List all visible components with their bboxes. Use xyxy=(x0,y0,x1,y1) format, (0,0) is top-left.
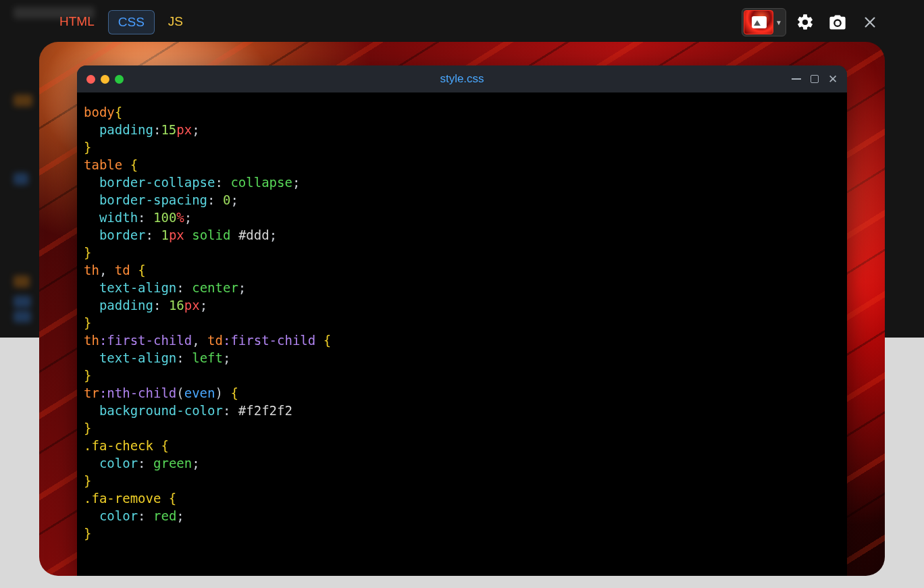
code-token-punc: : xyxy=(138,508,145,523)
code-token-punc: : xyxy=(153,298,161,313)
code-token-punc: : xyxy=(207,192,215,207)
code-token-num: 0 xyxy=(223,192,230,207)
code-token-unit: % xyxy=(176,210,184,225)
code-token-punc: : xyxy=(176,350,184,365)
code-token-punc: ; xyxy=(176,508,184,523)
chevron-down-icon: ▼ xyxy=(773,19,784,26)
code-token-sel: body xyxy=(84,105,115,119)
code-token-punc: ; xyxy=(238,280,246,295)
code-token-val: collapse xyxy=(230,175,292,190)
settings-button[interactable] xyxy=(792,9,819,36)
preview-stage: style.css ✕ body{ padding:15px; } table … xyxy=(39,42,885,576)
code-token-punc: ; xyxy=(223,350,230,365)
editor-window: style.css ✕ body{ padding:15px; } table … xyxy=(77,65,847,576)
code-token-brace: { xyxy=(230,385,238,400)
window-zoom-dot[interactable] xyxy=(115,75,124,84)
code-token-val: left xyxy=(192,350,223,365)
close-icon xyxy=(863,15,877,30)
code-token-brace: } xyxy=(84,421,91,435)
code-token-punc: : xyxy=(153,122,161,137)
code-token-sel: td xyxy=(207,333,223,348)
code-token-num: 15 xyxy=(161,122,176,137)
code-token-prop: border xyxy=(99,228,146,242)
code-token-pseudo: :first-child xyxy=(223,333,315,348)
tab-css[interactable]: CSS xyxy=(108,10,155,34)
code-token-num: 16 xyxy=(169,298,184,313)
code-token-brace: { xyxy=(161,438,168,453)
code-token-prop: padding xyxy=(99,122,153,137)
code-token-punc: ) xyxy=(215,385,223,400)
code-token-brace: { xyxy=(130,157,138,172)
code-token-sel: td xyxy=(115,263,130,277)
code-token-fn: even xyxy=(184,385,215,400)
code-token-brace: { xyxy=(138,263,145,277)
code-token-val: green xyxy=(153,456,192,471)
code-token-unit: px xyxy=(176,122,192,137)
code-token-prop: width xyxy=(99,210,138,225)
code-token-punc: ; xyxy=(270,228,277,242)
background-picker[interactable]: ▼ xyxy=(742,8,786,36)
maximize-icon[interactable] xyxy=(811,75,819,83)
code-token-val: red xyxy=(153,508,176,523)
code-token-punc: : xyxy=(215,175,222,190)
code-token-brace: } xyxy=(84,368,91,383)
code-token-prop: padding xyxy=(99,298,153,313)
code-token-punc: : xyxy=(176,280,184,295)
code-token-punc: ; xyxy=(230,192,238,207)
code-token-prop: text-align xyxy=(99,280,176,295)
code-token-punc: , xyxy=(99,263,107,277)
code-token-punc: ; xyxy=(192,456,199,471)
code-token-hex: #ddd xyxy=(238,228,270,242)
code-token-pseudo: :first-child xyxy=(99,333,192,348)
gear-icon xyxy=(796,13,815,32)
code-token-hex: #f2f2f2 xyxy=(238,403,292,418)
code-token-prop: text-align xyxy=(99,350,176,365)
code-token-num: 100 xyxy=(153,210,176,225)
code-token-num: 1 xyxy=(161,228,168,242)
code-token-prop: border-spacing xyxy=(99,192,207,207)
code-token-unit: px xyxy=(169,228,184,242)
code-token-class: .fa-check xyxy=(84,438,153,453)
close-button[interactable] xyxy=(856,9,883,36)
camera-icon xyxy=(828,13,847,32)
image-icon xyxy=(744,10,773,34)
app-toolbar: HTML CSS JS ▼ xyxy=(50,8,883,36)
code-editor[interactable]: body{ padding:15px; } table { border-col… xyxy=(77,92,847,576)
code-token-pseudo: :nth-child xyxy=(99,385,176,400)
window-close-dot[interactable] xyxy=(86,75,95,84)
code-token-val: solid xyxy=(192,228,230,242)
code-token-punc: : xyxy=(138,210,145,225)
toolbar-right: ▼ xyxy=(742,8,883,36)
minimize-icon[interactable] xyxy=(792,78,801,80)
window-titlebar[interactable]: style.css ✕ xyxy=(77,65,847,92)
code-token-sel: tr xyxy=(84,385,99,400)
code-token-prop: border-collapse xyxy=(99,175,215,190)
code-token-brace: } xyxy=(84,473,91,488)
code-token-punc: ( xyxy=(176,385,184,400)
code-token-brace: } xyxy=(84,315,91,330)
code-token-class: .fa-remove xyxy=(84,491,161,506)
code-token-punc: ; xyxy=(192,122,199,137)
close-icon[interactable]: ✕ xyxy=(828,74,838,85)
code-token-brace: { xyxy=(324,333,331,348)
code-token-punc: ; xyxy=(184,210,192,225)
tab-js[interactable]: JS xyxy=(159,10,192,34)
window-controls: ✕ xyxy=(792,74,838,85)
code-token-unit: px xyxy=(184,298,200,313)
tab-html[interactable]: HTML xyxy=(50,10,104,34)
code-token-brace: } xyxy=(84,245,91,260)
window-title: style.css xyxy=(77,72,847,86)
code-token-punc: : xyxy=(138,456,145,471)
code-token-brace: } xyxy=(84,140,91,155)
code-token-punc: : xyxy=(146,228,153,242)
code-token-punc: , xyxy=(192,333,199,348)
window-minimize-dot[interactable] xyxy=(101,75,109,84)
code-token-brace: { xyxy=(169,491,176,506)
code-token-punc: ; xyxy=(292,175,300,190)
code-token-prop: color xyxy=(99,508,138,523)
code-token-punc: : xyxy=(223,403,230,418)
code-token-prop: color xyxy=(99,456,138,471)
code-token-val: center xyxy=(192,280,238,295)
screenshot-button[interactable] xyxy=(824,9,851,36)
code-token-sel: table xyxy=(84,157,122,172)
